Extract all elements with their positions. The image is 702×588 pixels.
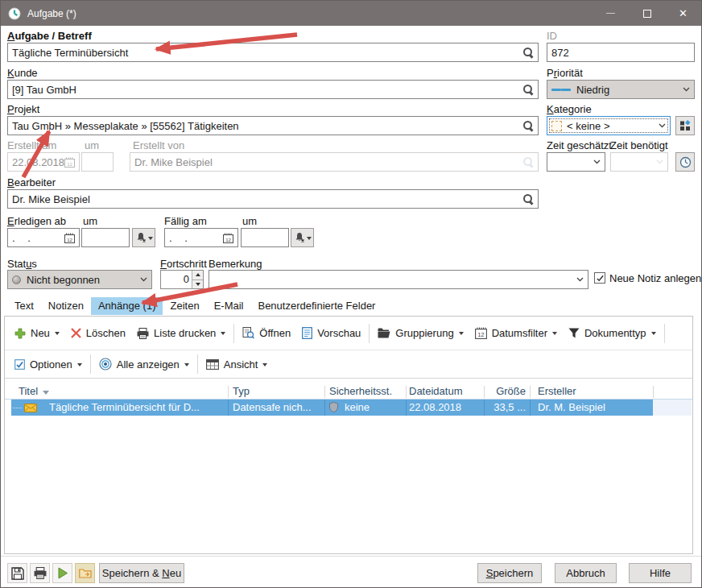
- chevron-down-icon: [262, 363, 267, 369]
- save-icon-button[interactable]: [7, 563, 27, 583]
- tab-benutzerdefinierte-felder[interactable]: Benutzerdefinierte Felder: [250, 297, 382, 315]
- svg-text:12: 12: [67, 237, 72, 242]
- folder-export-icon: [79, 568, 92, 578]
- chevron-down-icon: [651, 332, 656, 337]
- minimize-button[interactable]: [593, 1, 629, 26]
- calendar-icon: 12: [475, 327, 487, 339]
- table-row[interactable]: Tägliche Terminübersicht für D... Datens…: [5, 400, 692, 416]
- column-header-groesse[interactable]: Größe: [452, 385, 526, 397]
- priority-low-icon: [551, 87, 571, 93]
- column-header-ersteller[interactable]: Ersteller: [538, 385, 576, 397]
- bearbeiter-label: Bearbeiter: [7, 176, 56, 188]
- tab-zeiten[interactable]: Zeiten: [163, 297, 206, 315]
- tab-text[interactable]: Text: [7, 297, 41, 315]
- erstellt-um-time-input: [81, 152, 114, 172]
- aufgabe-betreff-input[interactable]: Tägliche Terminübersicht: [7, 43, 539, 62]
- attachments-options-toolbar: Optionen Alle anzeigen Ansicht: [5, 350, 692, 379]
- tab-anhaenge[interactable]: Anhänge (1): [91, 297, 163, 315]
- table-header: Titel Typ Sicherheitsst. Dateidatum Größ…: [5, 384, 692, 400]
- cell-ersteller: Dr. M. Beispiel: [538, 401, 605, 413]
- alle-anzeigen-button[interactable]: Alle anzeigen: [93, 353, 195, 375]
- neue-notiz-label: Neue Notiz anlegen: [609, 272, 701, 284]
- task-window: Aufgabe (*) ✕ Aufgabe / Betreff Tägliche…: [0, 0, 702, 588]
- calendar-icon[interactable]: 12: [64, 233, 75, 243]
- chevron-down-icon: [221, 332, 225, 337]
- toolbar-separator: [664, 324, 665, 343]
- toolbar-separator: [90, 354, 91, 374]
- erledigen-ab-date-input[interactable]: . . 12: [7, 228, 80, 247]
- search-icon[interactable]: [522, 84, 534, 95]
- search-icon[interactable]: [522, 120, 534, 131]
- print-icon-button[interactable]: [30, 563, 50, 583]
- column-header-titel[interactable]: Titel: [19, 385, 49, 397]
- search-icon[interactable]: [522, 47, 534, 58]
- ansicht-button[interactable]: Ansicht: [200, 353, 274, 375]
- liste-drucken-button[interactable]: Liste drucken: [131, 322, 231, 345]
- cell-sicherheitsstufe: keine: [345, 401, 370, 413]
- projekt-label: Projekt: [7, 103, 39, 115]
- funnel-icon: [568, 328, 580, 338]
- bell-off-icon: [294, 232, 305, 243]
- optionen-button[interactable]: Optionen: [9, 353, 88, 375]
- erstellt-von-label: Erstellt von: [133, 139, 184, 151]
- stepper-up-button[interactable]: [192, 271, 203, 280]
- erledigen-reminder-button[interactable]: [132, 228, 155, 247]
- vorschau-button[interactable]: Vorschau: [296, 322, 366, 345]
- chevron-down-icon: [140, 277, 147, 282]
- search-icon[interactable]: [522, 193, 534, 205]
- id-input[interactable]: 872: [547, 43, 695, 62]
- sort-desc-icon: [43, 391, 49, 395]
- bemerkung-combobox[interactable]: [209, 270, 588, 289]
- svg-text:12: 12: [225, 237, 231, 242]
- calendar-icon: 12: [64, 157, 75, 168]
- bell-off-icon: [135, 232, 147, 243]
- neue-notiz-checkbox[interactable]: [594, 272, 605, 284]
- speichern-button[interactable]: Speichern: [477, 563, 542, 583]
- faellig-um-time-input[interactable]: [241, 228, 289, 247]
- abbruch-button[interactable]: Abbruch: [555, 563, 617, 583]
- dokumenttyp-button[interactable]: Dokumenttyp: [563, 322, 662, 345]
- speichern-und-neu-button[interactable]: Speichern & Neu: [99, 563, 184, 583]
- chevron-down-icon: [77, 363, 82, 369]
- bearbeiter-input[interactable]: Dr. Mike Beispiel: [7, 189, 539, 209]
- neu-button[interactable]: Neu: [9, 322, 65, 345]
- kategorie-select[interactable]: < keine >: [547, 116, 671, 135]
- kunde-input[interactable]: [9] Tau GmbH: [7, 80, 539, 99]
- datumsfilter-button[interactable]: 12 Datumsfilter: [469, 322, 563, 345]
- column-header-typ[interactable]: Typ: [233, 385, 250, 397]
- zeit-benoetigt-label: Zeit benötigt: [610, 139, 668, 151]
- kategorie-manage-button[interactable]: [675, 116, 695, 135]
- hilfe-button[interactable]: Hilfe: [629, 563, 692, 583]
- tab-email[interactable]: E-Mail: [207, 297, 251, 315]
- chevron-down-icon: [307, 237, 312, 242]
- plus-icon: [14, 328, 26, 339]
- column-header-sicherheitsstufe[interactable]: Sicherheitsst.: [329, 385, 392, 397]
- um-label-3: um: [242, 215, 257, 227]
- projekt-input[interactable]: Tau GmbH » Messeplakate » [55562] Tätigk…: [7, 116, 539, 135]
- tree-branch: [13, 408, 22, 408]
- start-icon-button[interactable]: [52, 563, 72, 583]
- tab-notizen[interactable]: Notizen: [41, 297, 91, 315]
- faellig-reminder-button[interactable]: [291, 228, 314, 247]
- loeschen-button[interactable]: Löschen: [65, 322, 131, 345]
- stepper-down-button[interactable]: [192, 280, 203, 289]
- close-button[interactable]: ✕: [665, 1, 701, 26]
- gruppierung-button[interactable]: Gruppierung: [372, 322, 469, 345]
- categories-icon: [679, 120, 691, 131]
- cell-typ: Datensafe nich...: [233, 401, 323, 413]
- status-select[interactable]: Nicht begonnen: [7, 270, 152, 289]
- faellig-am-date-input[interactable]: . . 12: [164, 228, 238, 247]
- oeffnen-button[interactable]: Öffnen: [237, 322, 296, 345]
- toolbar-separator: [233, 324, 234, 343]
- calendar-icon[interactable]: 12: [223, 233, 233, 243]
- zeit-geschaetzt-select[interactable]: [547, 152, 605, 172]
- erledigen-ab-label: Erledigen ab: [7, 215, 66, 227]
- faellig-am-label: Fällig am: [164, 215, 207, 227]
- cell-titel: Tägliche Terminübersicht für D...: [49, 401, 225, 413]
- prioritaet-select[interactable]: Niedrig: [547, 80, 695, 99]
- maximize-button[interactable]: [629, 1, 665, 26]
- time-tracking-button[interactable]: [675, 152, 695, 172]
- erstellt-von-input: Dr. Mike Beispiel: [130, 152, 539, 172]
- fortschritt-stepper[interactable]: 0: [160, 270, 204, 289]
- erledigen-um-time-input[interactable]: [81, 228, 130, 247]
